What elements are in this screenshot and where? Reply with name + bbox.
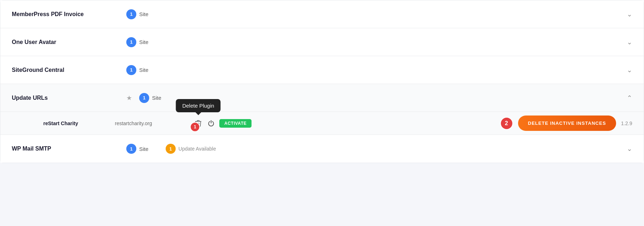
plugin-row-siteground: SiteGround Central 1 Site ⌄ [0,56,644,84]
badge-label-siteground: Site [139,67,148,73]
plugin-name-wp-mail-smtp: WP Mail SMTP [12,146,126,152]
chevron-one-user-avatar[interactable]: ⌄ [627,38,632,46]
badge-label-one-user-avatar: Site [139,39,148,45]
chevron-wp-mail-smtp[interactable]: ⌄ [627,145,632,153]
version-text-restart: 1.2.9 [621,121,632,126]
update-label-wp-mail-smtp: Update Available [179,146,216,152]
delete-inactive-button[interactable]: DELETE INACTIVE INSTANCES [518,116,616,131]
delete-inactive-badge: 2 [500,117,513,130]
plugin-row-memberpress: MemberPress PDF Invoice 1 Site ⌄ [0,0,644,28]
badge-label-memberpress: Site [139,11,148,17]
badge-group-siteground: 1 Site [126,65,627,75]
badge-group-one-user-avatar: 1 Site [126,37,627,47]
badge-circle-wp-mail-smtp: 1 [126,144,136,154]
plugin-row-update-urls: Update URLs ★ 1 Site ⌃ [0,84,644,112]
badge-label-update-urls: Site [152,95,161,101]
badge-label-wp-mail-smtp: Site [139,146,148,152]
chevron-update-urls[interactable]: ⌃ [627,94,632,102]
badge-group-update-urls: ★ 1 Site [126,93,627,103]
plugin-list: MemberPress PDF Invoice 1 Site ⌄ One Use… [0,0,644,163]
badge-group-memberpress: 1 Site [126,9,627,19]
trash-badge-number: 1 [190,122,200,132]
activate-button[interactable]: ACTIVATE [219,119,252,128]
plugin-row-one-user-avatar: One User Avatar 1 Site ⌄ [0,28,644,56]
badge-circle-update-urls: 1 [139,93,149,103]
chevron-memberpress[interactable]: ⌄ [627,10,632,18]
sub-actions-restart: Delete Plugin 1 ACTIVATE [194,118,252,128]
plugin-name-one-user-avatar: One User Avatar [12,39,126,45]
plugin-sub-row-restart: reStart Charity restartcharity.org Delet… [0,112,644,135]
plugin-name-update-urls: Update URLs [12,95,126,101]
badge-circle-memberpress: 1 [126,9,136,19]
power-button[interactable] [206,119,216,128]
trash-btn-wrapper: Delete Plugin 1 [194,118,203,128]
sub-site-url-restart: restartcharity.org [115,121,186,126]
plugin-row-wp-mail-smtp: WP Mail SMTP 1 Site 1 Update Available ⌄ [0,135,644,163]
badge-group-wp-mail-smtp: 1 Site 1 Update Available [126,144,627,154]
sub-site-name-restart: reStart Charity [43,121,115,126]
right-action-group-restart: 2 DELETE INACTIVE INSTANCES 1.2.9 [500,116,632,131]
chevron-siteground[interactable]: ⌄ [627,66,632,74]
star-icon-update-urls: ★ [126,94,132,102]
update-available-group: 1 Update Available [166,144,216,154]
plugin-name-siteground: SiteGround Central [12,67,126,73]
badge-circle-one-user-avatar: 1 [126,37,136,47]
badge-circle-siteground: 1 [126,65,136,75]
plugin-name-memberpress: MemberPress PDF Invoice [12,11,126,18]
update-badge-wp-mail-smtp: 1 [166,144,176,154]
